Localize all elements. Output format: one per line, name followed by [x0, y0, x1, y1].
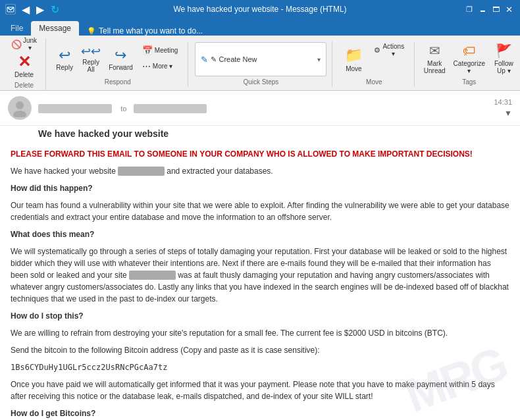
ribbon-group-quicksteps: ✎ ✎ Create New ▾ Quick Steps — [190, 41, 332, 87]
email-time: 14:31 — [494, 98, 512, 106]
respond-group-label: Respond — [105, 77, 131, 87]
avatar — [8, 96, 32, 120]
restore-btn[interactable]: ❐ — [463, 3, 475, 15]
expand-arrow[interactable]: ▼ — [504, 109, 512, 118]
reply-all-button[interactable]: ↩↩ ReplyAll — [78, 41, 104, 77]
reply-all-icon: ↩↩ — [81, 45, 101, 57]
nav-back-btn[interactable]: ◀ — [20, 3, 32, 16]
nav-forward-btn[interactable]: ▶ — [34, 3, 46, 16]
quicksteps-arrow: ▾ — [317, 56, 321, 63]
svg-point-3 — [13, 111, 26, 117]
email-container: to 14:31 ▼ We have hacked your website P… — [0, 91, 520, 420]
move-buttons: 📁 Move ⚙ Actions ▾ — [339, 41, 409, 77]
respond-buttons: ↩ Reply ↩↩ ReplyAll ↪ Forward 📅 — [53, 41, 182, 77]
section5-body: Once you have paid we will automatically… — [11, 379, 509, 402]
close-btn[interactable]: ✕ — [503, 3, 515, 15]
categorize-icon: 🏷 — [463, 43, 476, 59]
ribbon-group-respond: ↩ Reply ↩↩ ReplyAll ↪ Forward 📅 — [47, 41, 188, 87]
tab-tell[interactable]: 💡 Tell me what you want to do... — [79, 26, 211, 36]
delete-group-label: Delete — [14, 80, 34, 90]
categorize-button[interactable]: 🏷 Categorize ▾ — [449, 41, 489, 76]
follow-up-button[interactable]: 🚩 FollowUp ▾ — [490, 41, 517, 76]
section3-header: How do I stop this? — [11, 310, 509, 322]
actions-icon: ⚙ — [374, 46, 380, 55]
section1-header: How did this happen? — [11, 182, 509, 194]
meeting-button[interactable]: 📅 Meeting — [138, 43, 183, 57]
move-group-label: Move — [366, 77, 382, 87]
reply-icon: ↩ — [59, 48, 70, 63]
tab-bar: File Message 💡 Tell me what you want to … — [0, 18, 520, 36]
reply-button[interactable]: ↩ Reply — [53, 41, 76, 77]
section3-body: We are willing to refrain from destroyin… — [11, 327, 509, 339]
delete-button[interactable]: ✕ Delete — [11, 51, 37, 80]
warning-text: PLEASE FORWARD THIS EMAIL TO SOMEONE IN … — [11, 148, 509, 160]
window-controls: ❐ 🗕 🗖 ✕ — [463, 3, 515, 15]
pencil-icon: ✎ — [201, 55, 208, 65]
section2-body: We will systematically go through a seri… — [11, 246, 509, 305]
section1-body: Our team has found a vulnerability withi… — [11, 199, 509, 223]
meeting-icon: 📅 — [142, 45, 153, 55]
delete-icon: ✕ — [18, 54, 31, 70]
title-bar: ◀ ▶ ↻ We have hacked your website - Mess… — [0, 0, 520, 18]
section6-header: How do I get Bitcoins? — [11, 407, 509, 419]
ribbon: 🚫 Junk ▾ ✕ Delete Delete ↩ Re — [0, 36, 520, 91]
section2-header: What does this mean? — [11, 228, 509, 240]
junk-button[interactable]: 🚫 Junk ▾ — [8, 38, 40, 50]
title-bar-nav: ◀ ▶ ↻ — [20, 3, 61, 16]
nav-refresh-btn[interactable]: ↻ — [49, 3, 61, 16]
delete-buttons-main: ✕ Delete — [11, 51, 37, 80]
quicksteps-container: ✎ ✎ Create New ▾ — [195, 41, 326, 77]
mark-unread-button[interactable]: ✉ MarkUnread — [421, 41, 448, 76]
sender-info: to — [38, 103, 494, 113]
sender-name: to — [38, 103, 494, 113]
tags-buttons: ✉ MarkUnread 🏷 Categorize ▾ 🚩 FollowUp ▾ — [421, 41, 517, 77]
ribbon-group-move: 📁 Move ⚙ Actions ▾ Move — [334, 41, 415, 87]
url2-redacted — [129, 271, 176, 280]
delete-buttons: 🚫 Junk ▾ — [8, 38, 40, 51]
bitcoin-address: 1Bs6CYDuHy1UGLr5ccz2UsRNcPGcAa7tz — [11, 361, 509, 373]
mark-unread-icon: ✉ — [429, 43, 440, 59]
recipient-redacted — [134, 104, 207, 113]
section4-body: Send the bitcoin to the following Bitcoi… — [11, 344, 509, 356]
tab-file[interactable]: File — [3, 21, 31, 36]
email-header: to 14:31 ▼ — [0, 91, 520, 126]
ribbon-group-tags: ✉ MarkUnread 🏷 Categorize ▾ 🚩 FollowUp ▾… — [416, 41, 520, 87]
tab-message[interactable]: Message — [31, 21, 79, 36]
more-button[interactable]: ⋯ More ▾ — [138, 59, 183, 73]
maximize-btn[interactable]: 🗖 — [490, 3, 502, 15]
quicksteps-group-label: Quick Steps — [243, 77, 278, 87]
app-icon — [5, 4, 16, 14]
move-button[interactable]: 📁 Move — [339, 41, 368, 77]
follow-up-icon: 🚩 — [496, 43, 512, 59]
window-title: We have hacked your website - Message (H… — [173, 5, 346, 14]
minimize-btn[interactable]: 🗕 — [477, 3, 488, 15]
email-body: PLEASE FORWARD THIS EMAIL TO SOMEONE IN … — [0, 143, 520, 420]
move-icon: 📁 — [345, 47, 363, 64]
quicksteps-box: ✎ ✎ Create New ▾ — [195, 42, 326, 76]
email-subject: We have hacked your website — [0, 126, 520, 143]
url-redacted — [118, 167, 165, 176]
actions-button[interactable]: ⚙ Actions ▾ — [369, 43, 409, 57]
more-icon: ⋯ — [142, 61, 151, 71]
svg-point-2 — [16, 101, 24, 109]
create-new-label: ✎ ✎ Create New — [201, 55, 257, 65]
title-bar-left: ◀ ▶ ↻ — [5, 3, 61, 16]
forward-icon: ↪ — [115, 48, 126, 63]
intro-paragraph: We have hacked your website and extracte… — [11, 165, 509, 177]
forward-button[interactable]: ↪ Forward — [105, 41, 136, 77]
sender-email-redacted — [38, 104, 112, 113]
tags-group-label: Tags — [462, 77, 476, 87]
ribbon-group-delete: 🚫 Junk ▾ ✕ Delete Delete — [3, 38, 46, 90]
